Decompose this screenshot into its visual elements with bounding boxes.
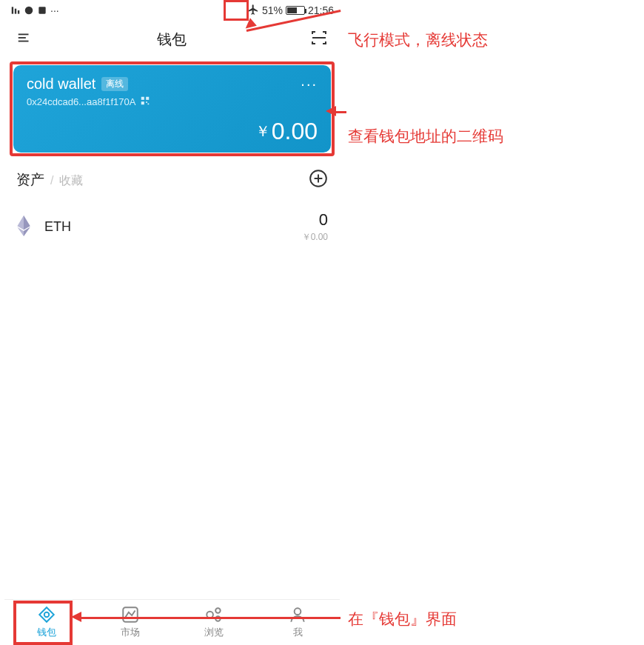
annotation-2-text: 查看钱包地址的二维码: [348, 126, 503, 147]
annotation-1-text: 飞行模式，离线状态: [348, 30, 488, 50]
eth-icon: [16, 215, 31, 239]
page-title: 钱包: [157, 30, 187, 50]
svg-rect-2: [18, 10, 19, 14]
asset-amount: 0: [302, 210, 328, 230]
tab-separator: /: [50, 174, 53, 187]
svg-marker-17: [39, 607, 54, 622]
currency-symbol: ￥: [255, 123, 270, 139]
card-more-icon[interactable]: ···: [301, 76, 318, 93]
tab-market-label: 市场: [121, 626, 140, 639]
annotation-arrow-3-line: [81, 617, 341, 619]
tab-market[interactable]: 市场: [88, 600, 172, 644]
wallet-balance: ￥0.00: [27, 118, 318, 145]
annotation-2: 查看钱包地址的二维码: [348, 126, 503, 147]
svg-rect-13: [148, 104, 150, 105]
svg-rect-11: [141, 101, 144, 104]
svg-rect-0: [12, 7, 13, 13]
annotation-arrow-2-head: [326, 106, 336, 116]
svg-point-3: [25, 7, 33, 15]
tab-favorites[interactable]: 收藏: [59, 173, 83, 189]
bottom-nav: 钱包 市场 浏览 我: [4, 599, 340, 644]
wallet-address[interactable]: 0x24cdcad6...aa8f1f170A: [27, 96, 135, 107]
qr-icon[interactable]: [140, 96, 150, 108]
asset-fiat: ￥0.00: [302, 231, 328, 244]
svg-point-21: [215, 608, 221, 613]
phone-frame: ··· 51% 21:56 钱包 cold wallet: [4, 0, 340, 645]
svg-rect-9: [141, 97, 144, 100]
battery-percent: 51%: [262, 4, 283, 16]
annotation-arrow-3-head: [71, 612, 81, 622]
tab-wallet-label: 钱包: [37, 626, 56, 639]
tab-assets[interactable]: 资产: [16, 170, 44, 190]
menu-icon[interactable]: [16, 30, 33, 49]
scan-icon[interactable]: [310, 29, 328, 50]
wallet-card-container: cold wallet 离线 ··· 0x24cdcad6...aa8f1f17…: [13, 65, 331, 153]
svg-rect-1: [15, 9, 16, 14]
svg-point-23: [295, 608, 301, 615]
wallet-name: cold wallet: [27, 76, 95, 93]
annotation-arrow-2-line: [335, 111, 346, 113]
add-asset-button[interactable]: [309, 169, 328, 191]
annotation-1: 飞行模式，离线状态: [348, 30, 488, 50]
annotation-3-text: 在『钱包』界面: [348, 609, 457, 629]
offline-badge: 离线: [101, 77, 128, 91]
airplane-icon: [247, 4, 259, 18]
annotation-3: 在『钱包』界面: [348, 609, 457, 629]
app-header: 钱包: [4, 21, 340, 58]
tab-browse[interactable]: 浏览: [172, 600, 256, 644]
assets-header: 资产 / 收藏: [16, 169, 328, 191]
status-bar: ··· 51% 21:56: [4, 0, 340, 21]
asset-row-eth[interactable]: ETH 0 ￥0.00: [16, 206, 328, 248]
svg-rect-10: [147, 97, 150, 100]
wallet-card[interactable]: cold wallet 离线 ··· 0x24cdcad6...aa8f1f17…: [13, 65, 331, 153]
asset-symbol: ETH: [44, 219, 71, 235]
svg-point-18: [44, 612, 49, 617]
tab-me[interactable]: 我: [256, 600, 340, 644]
svg-rect-12: [147, 101, 148, 103]
balance-value: 0.00: [272, 118, 318, 144]
tab-browse-label: 浏览: [204, 626, 224, 639]
tab-me-label: 我: [293, 626, 303, 639]
status-left-icons: ···: [10, 4, 59, 16]
svg-rect-4: [38, 7, 45, 13]
battery-icon: [286, 6, 305, 15]
